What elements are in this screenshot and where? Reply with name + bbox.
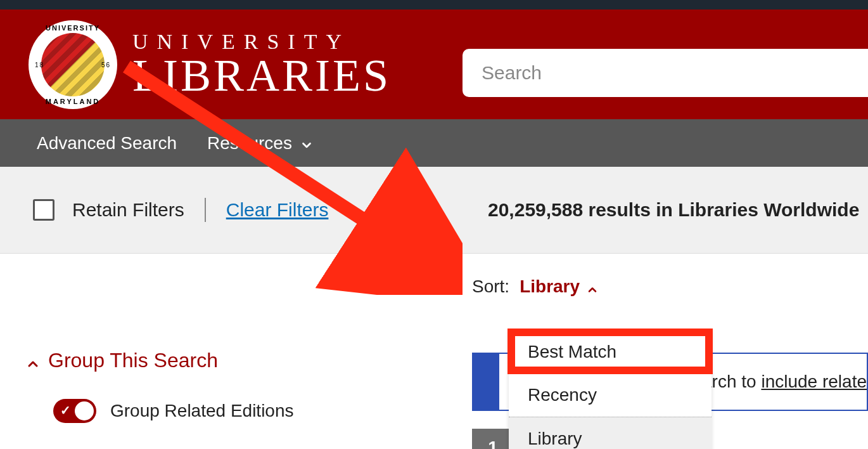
facets-panel: Group This Search Group Related Editions <box>25 349 294 423</box>
group-related-editions-label: Group Related Editions <box>110 401 294 421</box>
seal-text-top: UNIVERSITY <box>46 24 100 32</box>
logo[interactable]: UNIVERSITY MARYLAND 18 56 UNIVERSITY LIB… <box>29 20 391 109</box>
logo-line2: LIBRARIES <box>132 53 391 98</box>
nav-bar: Advanced Search Resources <box>0 119 868 167</box>
header: UNIVERSITY MARYLAND 18 56 UNIVERSITY LIB… <box>0 10 868 119</box>
result-number-badge: 1 <box>472 429 514 449</box>
results-panel: Sort: Library arch to include relate Bes… <box>472 277 868 297</box>
nav-resources[interactable]: Resources <box>207 133 314 153</box>
nav-advanced-search[interactable]: Advanced Search <box>37 133 177 153</box>
sort-option-recency[interactable]: Recency <box>509 374 712 417</box>
sort-dropdown-menu: Best Match Recency Library <box>509 330 712 449</box>
seal-text-bottom: MARYLAND <box>46 98 101 105</box>
chevron-down-icon <box>300 136 314 150</box>
nav-resources-label: Resources <box>207 133 292 153</box>
top-bar <box>0 0 868 10</box>
sort-current-value: Library <box>520 277 580 297</box>
sort-option-library[interactable]: Library <box>509 417 712 449</box>
group-this-search-heading[interactable]: Group This Search <box>25 349 294 372</box>
university-seal: UNIVERSITY MARYLAND 18 56 <box>29 20 117 109</box>
retain-filters-label: Retain Filters <box>72 199 184 221</box>
info-banner-accent <box>473 354 499 410</box>
include-related-link[interactable]: include relate <box>761 372 867 391</box>
logo-line1: UNIVERSITY <box>132 31 391 53</box>
results-count: 20,259,588 results in Libraries Worldwid… <box>463 199 859 221</box>
sort-label: Sort: <box>472 277 509 297</box>
filters-row: Retain Filters Clear Filters 20,259,588 … <box>0 167 868 254</box>
group-related-editions-toggle[interactable] <box>53 399 96 423</box>
chevron-up-icon <box>586 280 599 293</box>
divider <box>205 198 206 222</box>
sort-control: Sort: Library <box>472 277 868 297</box>
retain-filters-checkbox[interactable] <box>33 199 54 221</box>
sort-dropdown-trigger[interactable]: Library <box>520 277 599 297</box>
group-heading-label: Group This Search <box>48 349 218 372</box>
search-box <box>463 49 868 97</box>
chevron-up-icon <box>25 353 41 368</box>
sort-option-best-match[interactable]: Best Match <box>509 330 712 374</box>
info-banner-text: arch to include relate <box>702 372 867 392</box>
search-input[interactable] <box>463 49 868 97</box>
content-area: Group This Search Group Related Editions… <box>0 254 868 449</box>
clear-filters-link[interactable]: Clear Filters <box>226 199 329 221</box>
